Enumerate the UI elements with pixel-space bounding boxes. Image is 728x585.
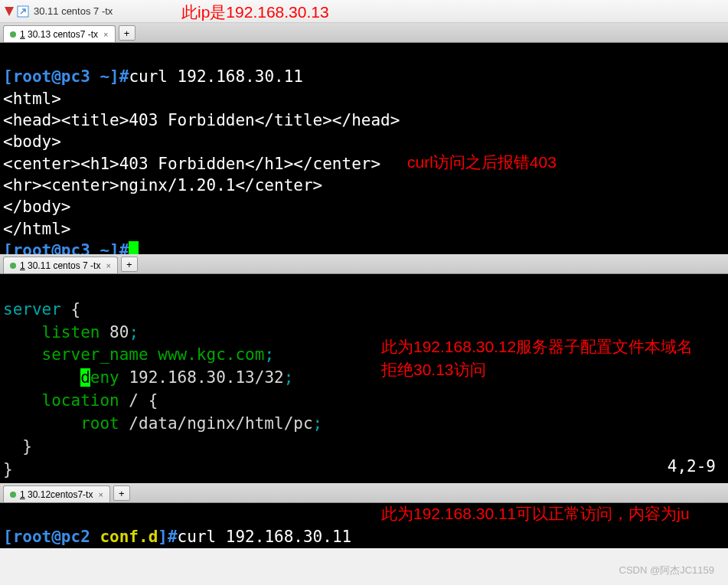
output-line: <hr><center>nginx/1.20.1</center> <box>3 176 322 194</box>
terminal-config-editor[interactable]: server { listen 80; server_name www.kgc.… <box>0 274 728 483</box>
tab-number: 1 <box>20 489 25 500</box>
config-text: ; <box>129 323 139 342</box>
window-title-bar: 30.11 centos 7 -tx <box>0 0 728 23</box>
output-line: </html> <box>3 220 71 238</box>
command-text: curl 192.168.30.11 <box>178 528 352 546</box>
output-line: <head><title>403 Forbidden</title></head… <box>3 111 400 129</box>
config-keyword: server_name www.kgc.com <box>3 345 264 364</box>
config-keyword: root <box>3 414 119 433</box>
tab-number: 1 <box>20 260 25 271</box>
output-line: <body> <box>3 132 61 151</box>
close-icon[interactable]: × <box>106 261 110 270</box>
config-keyword: eny <box>90 368 129 387</box>
tab-3011[interactable]: 1 30.11 centos 7 -tx × <box>3 257 118 273</box>
new-tab-button[interactable]: + <box>121 257 138 272</box>
annotation-curl-error: curl访问之后报错403 <box>407 152 557 173</box>
status-dot-icon <box>10 492 16 498</box>
tab-label: 30.12centos7-tx <box>25 489 93 500</box>
window-title: 30.11 centos 7 -tx <box>34 5 113 17</box>
tab-strip-3: 1 30.12centos7-tx × + <box>0 483 728 503</box>
config-text: { <box>61 300 80 319</box>
app-icon <box>3 5 15 18</box>
tab-3013[interactable]: 1 30.13 centos7 -tx × <box>3 25 116 42</box>
tab-label: 30.11 centos 7 -tx <box>25 260 101 271</box>
output-line: <center><h1>403 Forbidden</h1></center> <box>3 155 380 173</box>
prompt-user: [root@pc2 <box>3 528 100 546</box>
prompt: [root@pc3 ~]# <box>3 67 129 86</box>
config-keyword: server <box>3 300 61 319</box>
config-text: } <box>3 437 32 456</box>
tab-3012[interactable]: 1 30.12centos7-tx × <box>3 485 110 502</box>
command-text: curl 192.168.30.11 <box>129 67 303 86</box>
prompt-end: ]# <box>158 528 177 546</box>
tab-strip-1: 1 30.13 centos7 -tx × + <box>0 23 728 43</box>
config-text: / { <box>119 391 158 410</box>
cursor <box>129 241 139 254</box>
config-value: 192.168.30.13/32 <box>129 368 283 387</box>
status-dot-icon <box>10 263 16 269</box>
tab-label: 30.13 centos7 -tx <box>25 29 98 40</box>
tab-strip-2: 1 30.11 centos 7 -tx × + <box>0 254 728 274</box>
config-indent <box>3 368 80 387</box>
prompt-dir: conf.d <box>100 528 158 546</box>
terminal-pc3[interactable]: [root@pc3 ~]#curl 192.168.30.11 <html> <… <box>0 43 728 254</box>
output-line: <html> <box>3 90 61 108</box>
shortcut-icon <box>17 5 29 18</box>
config-text: } <box>3 460 13 479</box>
config-value: 80 <box>109 323 129 342</box>
terminal-pc2[interactable]: [root@pc2 conf.d]#curl 192.168.30.11 ju … <box>0 503 728 548</box>
annotation-ip: 此ip是192.168.30.13 <box>181 2 329 23</box>
output-line: </body> <box>3 198 71 216</box>
config-text: ; <box>284 368 294 387</box>
prompt: [root@pc3 ~]# <box>3 241 129 254</box>
annotation-config: 此为192.168.30.12服务器子配置文件本域名拒绝30.13访问 <box>381 335 703 382</box>
config-keyword: listen <box>3 323 109 342</box>
tab-number: 1 <box>20 29 25 40</box>
config-keyword: location <box>3 391 119 410</box>
config-text: ; <box>313 414 323 433</box>
status-dot-icon <box>10 31 16 38</box>
config-value: /data/nginx/html/pc <box>119 414 313 433</box>
new-tab-button[interactable]: + <box>119 25 135 41</box>
annotation-normal-access: 此为192.168.30.11可以正常访问，内容为ju <box>381 503 718 525</box>
cursor-char: d <box>80 368 90 387</box>
config-text: ; <box>264 345 274 364</box>
new-tab-button[interactable]: + <box>113 485 130 501</box>
close-icon[interactable]: × <box>98 490 103 499</box>
watermark: CSDN @阿杰JC1159 <box>619 564 714 577</box>
svg-marker-0 <box>5 7 14 16</box>
vim-position-status: 4,2-9 <box>668 456 716 479</box>
close-icon[interactable]: × <box>103 30 108 39</box>
